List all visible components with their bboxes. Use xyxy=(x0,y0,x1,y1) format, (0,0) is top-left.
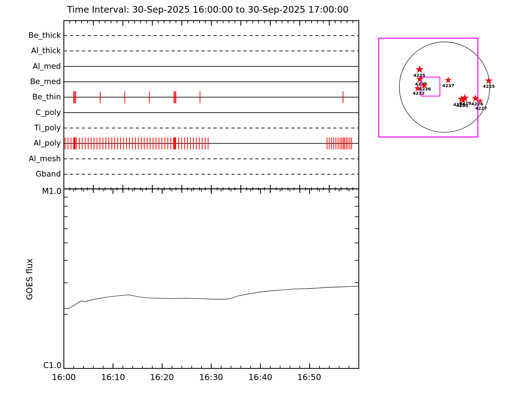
active-region-star-4225 xyxy=(485,77,493,84)
screenshot-root: 4235423342364232423742254229423042284226… xyxy=(0,0,532,399)
xtick-1610: 16:10 xyxy=(93,372,133,382)
active-region-label-4235: 4235 xyxy=(413,73,425,78)
row-label-be-thin: Be_thin xyxy=(0,92,61,101)
active-region-label-4228: 4228 xyxy=(453,102,465,107)
page-title: Time Interval: 30-Sep-2025 16:00:00 to 3… xyxy=(60,4,356,15)
xtick-1620: 16:20 xyxy=(142,372,182,382)
goes-flux-curve xyxy=(64,286,359,309)
xtick-1630: 16:30 xyxy=(191,372,231,382)
row-label-gband: Gband xyxy=(0,170,61,178)
row-label-be-med: Be_med xyxy=(0,77,61,86)
xtick-1600: 16:00 xyxy=(44,372,84,382)
row-label-al-thick: Al_thick xyxy=(0,46,61,55)
row-label-al-mesh: Al_mesh xyxy=(0,154,61,163)
timeline-panel-frame xyxy=(64,21,359,189)
goes-axis-title: GOES flux xyxy=(25,258,34,300)
row-label-be-thick: Be_thick xyxy=(0,31,61,40)
active-region-label-4237: 4237 xyxy=(442,83,454,88)
xtick-1640: 16:40 xyxy=(240,372,280,382)
row-label-al-med: Al_med xyxy=(0,62,61,70)
goes-ymin-label: C1.0 xyxy=(0,361,62,370)
row-label-c-poly: C_poly xyxy=(0,108,61,117)
plot-canvas: 4235423342364232423742254229423042284226… xyxy=(0,0,532,399)
active-region-label-4227: 4227 xyxy=(475,106,487,111)
active-region-label-4225: 4225 xyxy=(483,84,495,89)
goes-ymax-label: M1.0 xyxy=(0,187,62,196)
active-region-label-4232: 4232 xyxy=(413,91,425,96)
active-region-star-4237 xyxy=(445,76,452,83)
row-label-al-poly: Al_poly xyxy=(0,139,61,147)
active-region-star-4235 xyxy=(416,65,424,73)
goes-panel-frame xyxy=(64,189,359,368)
xtick-1650: 16:50 xyxy=(289,372,329,382)
row-label-ti-poly: Ti_poly xyxy=(0,123,61,132)
